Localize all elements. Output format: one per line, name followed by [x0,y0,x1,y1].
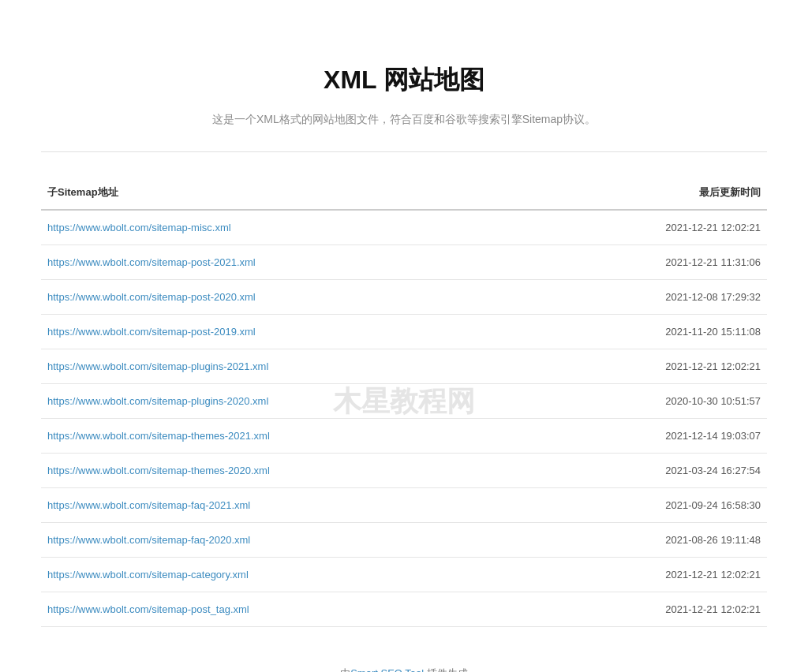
table-cell-url: https://www.wbolt.com/sitemap-misc.xml [41,210,539,245]
table-row: https://www.wbolt.com/sitemap-themes-202… [41,419,767,454]
sitemap-link[interactable]: https://www.wbolt.com/sitemap-plugins-20… [47,395,268,407]
sitemap-link[interactable]: https://www.wbolt.com/sitemap-post-2020.… [47,291,256,303]
table-cell-url: https://www.wbolt.com/sitemap-faq-2020.x… [41,523,539,558]
table-row: https://www.wbolt.com/sitemap-themes-202… [41,454,767,488]
table-cell-url: https://www.wbolt.com/sitemap-post-2019.… [41,315,539,349]
footer-suffix: 插件生成 [424,667,468,672]
table-cell-url: https://www.wbolt.com/sitemap-category.x… [41,558,539,592]
table-cell-date: 2021-12-21 12:02:21 [539,592,768,627]
sitemap-link[interactable]: https://www.wbolt.com/sitemap-post_tag.x… [47,603,249,615]
sitemap-link[interactable]: https://www.wbolt.com/sitemap-category.x… [47,569,249,581]
table-cell-url: https://www.wbolt.com/sitemap-themes-202… [41,419,539,454]
table-cell-date: 2021-12-21 12:02:21 [539,558,768,592]
table-cell-date: 2021-12-14 19:03:07 [539,419,768,454]
table-cell-url: https://www.wbolt.com/sitemap-post_tag.x… [41,592,539,627]
sitemap-link[interactable]: https://www.wbolt.com/sitemap-post-2019.… [47,326,256,338]
table-cell-date: 2021-11-20 15:11:08 [539,315,768,349]
table-cell-url: https://www.wbolt.com/sitemap-plugins-20… [41,384,539,419]
table-cell-date: 2021-12-21 11:31:06 [539,245,768,280]
table-row: https://www.wbolt.com/sitemap-post-2019.… [41,315,767,349]
table-row: https://www.wbolt.com/sitemap-faq-2021.x… [41,488,767,523]
sitemap-link[interactable]: https://www.wbolt.com/sitemap-plugins-20… [47,360,268,372]
table-row: https://www.wbolt.com/sitemap-post-2021.… [41,245,767,280]
table-cell-date: 2021-12-08 17:29:32 [539,280,768,315]
table-row: https://www.wbolt.com/sitemap-category.x… [41,558,767,592]
table-cell-date: 2021-03-24 16:27:54 [539,454,768,488]
table-row: https://www.wbolt.com/sitemap-faq-2020.x… [41,523,767,558]
table-row: https://www.wbolt.com/sitemap-misc.xml20… [41,210,767,245]
page-title: XML 网站地图 [41,63,767,98]
page-description: 这是一个XML格式的网站地图文件，符合百度和谷歌等搜索引擎Sitemap协议。 [41,110,767,128]
table-cell-date: 2021-12-21 12:02:21 [539,210,768,245]
smart-seo-tool-link[interactable]: Smart SEO Tool [350,667,424,672]
table-cell-url: https://www.wbolt.com/sitemap-faq-2021.x… [41,488,539,523]
table-cell-date: 2021-09-24 16:58:30 [539,488,768,523]
sitemap-link[interactable]: https://www.wbolt.com/sitemap-misc.xml [47,222,231,233]
table-cell-url: https://www.wbolt.com/sitemap-post-2020.… [41,280,539,315]
page-footer: 由Smart SEO Tool 插件生成 [41,666,767,672]
table-body: https://www.wbolt.com/sitemap-misc.xml20… [41,210,767,627]
footer-prefix: 由 [340,667,350,672]
sitemap-link[interactable]: https://www.wbolt.com/sitemap-themes-202… [47,465,270,476]
table-cell-url: https://www.wbolt.com/sitemap-post-2021.… [41,245,539,280]
table-row: https://www.wbolt.com/sitemap-post_tag.x… [41,592,767,627]
table-container: 木星教程网 子Sitemap地址 最后更新时间 https://www.wbol… [41,176,767,627]
table-cell-date: 2020-10-30 10:51:57 [539,384,768,419]
table-cell-url: https://www.wbolt.com/sitemap-plugins-20… [41,349,539,384]
table-header: 子Sitemap地址 最后更新时间 [41,176,767,210]
sitemap-link[interactable]: https://www.wbolt.com/sitemap-post-2021.… [47,256,256,268]
table-row: https://www.wbolt.com/sitemap-post-2020.… [41,280,767,315]
sitemap-link[interactable]: https://www.wbolt.com/sitemap-themes-202… [47,430,270,442]
table-cell-url: https://www.wbolt.com/sitemap-themes-202… [41,454,539,488]
sitemap-table: 子Sitemap地址 最后更新时间 https://www.wbolt.com/… [41,176,767,627]
table-row: https://www.wbolt.com/sitemap-plugins-20… [41,384,767,419]
table-row: https://www.wbolt.com/sitemap-plugins-20… [41,349,767,384]
page-header: XML 网站地图 这是一个XML格式的网站地图文件，符合百度和谷歌等搜索引擎Si… [41,32,767,152]
table-cell-date: 2021-08-26 19:11:48 [539,523,768,558]
table-header-row: 子Sitemap地址 最后更新时间 [41,176,767,210]
page-wrapper: XML 网站地图 这是一个XML格式的网站地图文件，符合百度和谷歌等搜索引擎Si… [25,0,783,672]
sitemap-link[interactable]: https://www.wbolt.com/sitemap-faq-2020.x… [47,534,250,546]
col-url-header: 子Sitemap地址 [41,176,539,210]
table-cell-date: 2021-12-21 12:02:21 [539,349,768,384]
sitemap-link[interactable]: https://www.wbolt.com/sitemap-faq-2021.x… [47,499,250,511]
col-date-header: 最后更新时间 [539,176,768,210]
